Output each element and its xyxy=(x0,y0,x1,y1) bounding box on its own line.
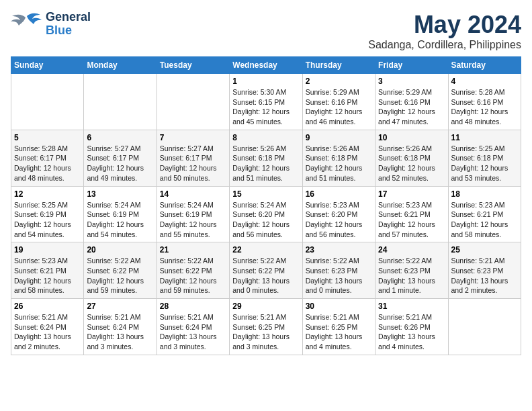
day-number: 31 xyxy=(378,302,445,311)
calendar-header: SundayMondayTuesdayWednesdayThursdayFrid… xyxy=(11,57,521,74)
day-info: Sunrise: 5:22 AM Sunset: 6:23 PM Dayligh… xyxy=(306,256,372,295)
calendar-table: SundayMondayTuesdayWednesdayThursdayFrid… xyxy=(11,56,521,355)
calendar-cell: 6Sunrise: 5:27 AM Sunset: 6:17 PM Daylig… xyxy=(84,130,157,186)
day-info: Sunrise: 5:28 AM Sunset: 6:17 PM Dayligh… xyxy=(14,144,81,183)
day-number: 19 xyxy=(14,245,81,255)
day-number: 4 xyxy=(451,77,518,86)
calendar-cell: 29Sunrise: 5:21 AM Sunset: 6:25 PM Dayli… xyxy=(230,299,302,355)
calendar-cell: 14Sunrise: 5:24 AM Sunset: 6:19 PM Dayli… xyxy=(157,186,229,242)
day-info: Sunrise: 5:25 AM Sunset: 6:18 PM Dayligh… xyxy=(451,144,518,183)
day-info: Sunrise: 5:21 AM Sunset: 6:24 PM Dayligh… xyxy=(160,312,226,352)
calendar-cell: 31Sunrise: 5:21 AM Sunset: 6:26 PM Dayli… xyxy=(375,299,448,355)
day-info: Sunrise: 5:30 AM Sunset: 6:15 PM Dayligh… xyxy=(232,87,299,127)
day-header-thursday: Thursday xyxy=(302,57,375,74)
day-info: Sunrise: 5:21 AM Sunset: 6:26 PM Dayligh… xyxy=(378,312,445,352)
calendar-cell: 1Sunrise: 5:30 AM Sunset: 6:15 PM Daylig… xyxy=(230,74,302,130)
calendar-cell: 5Sunrise: 5:28 AM Sunset: 6:17 PM Daylig… xyxy=(11,130,84,186)
calendar-cell: 22Sunrise: 5:22 AM Sunset: 6:22 PM Dayli… xyxy=(230,242,302,299)
day-number: 20 xyxy=(87,245,153,255)
day-info: Sunrise: 5:22 AM Sunset: 6:23 PM Dayligh… xyxy=(378,256,445,295)
calendar-cell: 4Sunrise: 5:28 AM Sunset: 6:16 PM Daylig… xyxy=(448,74,521,130)
day-info: Sunrise: 5:26 AM Sunset: 6:18 PM Dayligh… xyxy=(378,144,445,183)
calendar-cell: 7Sunrise: 5:27 AM Sunset: 6:17 PM Daylig… xyxy=(157,130,229,186)
title-block: May 2024 Sadanga, Cordillera, Philippine… xyxy=(368,11,521,51)
day-info: Sunrise: 5:24 AM Sunset: 6:19 PM Dayligh… xyxy=(160,200,226,240)
day-number: 23 xyxy=(306,245,372,255)
day-number: 2 xyxy=(306,77,372,86)
week-row-1: 1Sunrise: 5:30 AM Sunset: 6:15 PM Daylig… xyxy=(11,74,521,130)
day-info: Sunrise: 5:25 AM Sunset: 6:19 PM Dayligh… xyxy=(14,200,81,240)
page-header: General Blue May 2024 Sadanga, Cordiller… xyxy=(11,11,521,51)
calendar-cell: 21Sunrise: 5:22 AM Sunset: 6:22 PM Dayli… xyxy=(157,242,229,299)
day-info: Sunrise: 5:27 AM Sunset: 6:17 PM Dayligh… xyxy=(87,144,153,183)
day-info: Sunrise: 5:22 AM Sunset: 6:22 PM Dayligh… xyxy=(160,256,226,295)
calendar-body: 1Sunrise: 5:30 AM Sunset: 6:15 PM Daylig… xyxy=(11,74,521,355)
calendar-cell: 3Sunrise: 5:29 AM Sunset: 6:16 PM Daylig… xyxy=(375,74,448,130)
day-info: Sunrise: 5:29 AM Sunset: 6:16 PM Dayligh… xyxy=(306,87,372,127)
day-number: 13 xyxy=(87,189,153,199)
calendar-cell: 19Sunrise: 5:23 AM Sunset: 6:21 PM Dayli… xyxy=(11,242,84,299)
day-number: 25 xyxy=(451,245,518,255)
day-number: 8 xyxy=(232,133,299,142)
day-info: Sunrise: 5:26 AM Sunset: 6:18 PM Dayligh… xyxy=(232,144,299,183)
day-info: Sunrise: 5:27 AM Sunset: 6:17 PM Dayligh… xyxy=(160,144,226,183)
day-number: 26 xyxy=(14,302,81,311)
logo-icon xyxy=(11,11,43,38)
main-title: May 2024 xyxy=(368,11,521,39)
day-info: Sunrise: 5:21 AM Sunset: 6:24 PM Dayligh… xyxy=(87,312,153,352)
calendar-cell xyxy=(157,74,229,130)
day-header-monday: Monday xyxy=(84,57,157,74)
day-info: Sunrise: 5:28 AM Sunset: 6:16 PM Dayligh… xyxy=(451,87,518,127)
day-info: Sunrise: 5:26 AM Sunset: 6:18 PM Dayligh… xyxy=(306,144,372,183)
day-info: Sunrise: 5:29 AM Sunset: 6:16 PM Dayligh… xyxy=(378,87,445,127)
calendar-cell: 11Sunrise: 5:25 AM Sunset: 6:18 PM Dayli… xyxy=(448,130,521,186)
day-number: 1 xyxy=(232,77,299,86)
calendar-cell: 26Sunrise: 5:21 AM Sunset: 6:24 PM Dayli… xyxy=(11,299,84,355)
calendar-cell: 23Sunrise: 5:22 AM Sunset: 6:23 PM Dayli… xyxy=(302,242,375,299)
day-header-sunday: Sunday xyxy=(11,57,84,74)
logo: General Blue xyxy=(11,11,91,38)
day-info: Sunrise: 5:23 AM Sunset: 6:20 PM Dayligh… xyxy=(306,200,372,240)
day-number: 30 xyxy=(306,302,372,311)
day-number: 24 xyxy=(378,245,445,255)
day-info: Sunrise: 5:23 AM Sunset: 6:21 PM Dayligh… xyxy=(378,200,445,240)
day-info: Sunrise: 5:22 AM Sunset: 6:22 PM Dayligh… xyxy=(232,256,299,295)
day-number: 22 xyxy=(232,245,299,255)
calendar-cell: 16Sunrise: 5:23 AM Sunset: 6:20 PM Dayli… xyxy=(302,186,375,242)
day-info: Sunrise: 5:21 AM Sunset: 6:23 PM Dayligh… xyxy=(451,256,518,295)
day-number: 9 xyxy=(306,133,372,142)
day-number: 27 xyxy=(87,302,153,311)
day-number: 21 xyxy=(160,245,226,255)
day-header-tuesday: Tuesday xyxy=(157,57,229,74)
day-number: 14 xyxy=(160,189,226,199)
day-number: 18 xyxy=(451,189,518,199)
day-number: 10 xyxy=(378,133,445,142)
day-info: Sunrise: 5:24 AM Sunset: 6:20 PM Dayligh… xyxy=(232,200,299,240)
subtitle: Sadanga, Cordillera, Philippines xyxy=(368,39,521,51)
calendar-cell: 9Sunrise: 5:26 AM Sunset: 6:18 PM Daylig… xyxy=(302,130,375,186)
calendar-cell: 18Sunrise: 5:23 AM Sunset: 6:21 PM Dayli… xyxy=(448,186,521,242)
calendar-cell: 12Sunrise: 5:25 AM Sunset: 6:19 PM Dayli… xyxy=(11,186,84,242)
day-number: 29 xyxy=(232,302,299,311)
day-header-wednesday: Wednesday xyxy=(230,57,302,74)
calendar-cell xyxy=(448,299,521,355)
day-number: 3 xyxy=(378,77,445,86)
calendar-cell xyxy=(84,74,157,130)
logo-general: General xyxy=(46,11,91,24)
day-number: 28 xyxy=(160,302,226,311)
calendar-cell: 30Sunrise: 5:21 AM Sunset: 6:25 PM Dayli… xyxy=(302,299,375,355)
day-info: Sunrise: 5:21 AM Sunset: 6:25 PM Dayligh… xyxy=(306,312,372,352)
calendar-cell xyxy=(11,74,84,130)
calendar-cell: 20Sunrise: 5:22 AM Sunset: 6:22 PM Dayli… xyxy=(84,242,157,299)
day-number: 6 xyxy=(87,133,153,142)
week-row-3: 12Sunrise: 5:25 AM Sunset: 6:19 PM Dayli… xyxy=(11,186,521,242)
logo-blue: Blue xyxy=(46,24,91,38)
day-info: Sunrise: 5:22 AM Sunset: 6:22 PM Dayligh… xyxy=(87,256,153,295)
header-row: SundayMondayTuesdayWednesdayThursdayFrid… xyxy=(11,57,521,74)
calendar-cell: 2Sunrise: 5:29 AM Sunset: 6:16 PM Daylig… xyxy=(302,74,375,130)
calendar-cell: 13Sunrise: 5:24 AM Sunset: 6:19 PM Dayli… xyxy=(84,186,157,242)
day-number: 12 xyxy=(14,189,81,199)
calendar-cell: 24Sunrise: 5:22 AM Sunset: 6:23 PM Dayli… xyxy=(375,242,448,299)
calendar-cell: 15Sunrise: 5:24 AM Sunset: 6:20 PM Dayli… xyxy=(230,186,302,242)
week-row-4: 19Sunrise: 5:23 AM Sunset: 6:21 PM Dayli… xyxy=(11,242,521,299)
